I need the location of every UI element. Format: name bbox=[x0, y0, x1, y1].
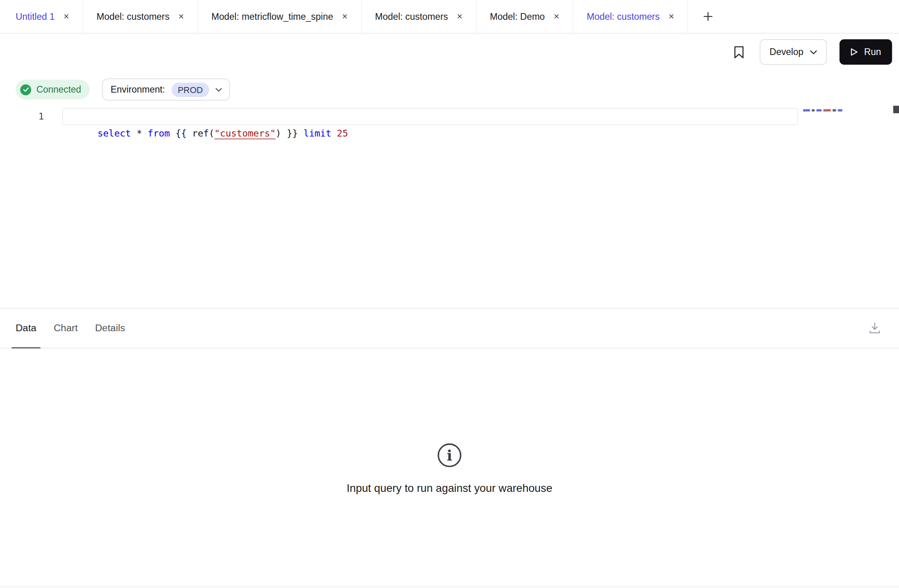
develop-label: Develop bbox=[770, 47, 804, 57]
minimap[interactable] bbox=[803, 109, 842, 112]
close-tab-icon[interactable]: ✕ bbox=[554, 13, 560, 20]
line-number: 1 bbox=[0, 108, 44, 125]
environment-selector[interactable]: Environment: PROD bbox=[102, 79, 230, 101]
minimap-line-mark bbox=[823, 109, 831, 112]
minimap-line-mark bbox=[812, 109, 815, 112]
bookmark-icon bbox=[733, 46, 745, 59]
code-token: ) }} bbox=[276, 128, 303, 139]
tab-label: Model: customers bbox=[97, 11, 169, 21]
tab-details[interactable]: Details bbox=[91, 309, 129, 349]
code-token-ref-link[interactable]: "customers" bbox=[214, 128, 276, 139]
minimap-line-mark bbox=[838, 109, 842, 112]
editor-tab-strip: Untitled 1 ✕ Model: customers ✕ Model: m… bbox=[0, 0, 899, 34]
close-tab-icon[interactable]: ✕ bbox=[63, 13, 69, 20]
info-icon: i bbox=[437, 442, 462, 468]
bookmark-button[interactable] bbox=[731, 43, 747, 61]
code-token: {{ ref( bbox=[170, 128, 214, 139]
code-token bbox=[331, 128, 337, 139]
minimap-line-mark bbox=[803, 109, 810, 112]
status-row: Connected Environment: PROD bbox=[0, 78, 899, 101]
download-icon bbox=[868, 321, 882, 335]
connected-label: Connected bbox=[36, 84, 81, 95]
run-label: Run bbox=[864, 47, 881, 57]
tab-data-label: Data bbox=[15, 322, 36, 334]
tab-chart-label: Chart bbox=[54, 322, 78, 334]
close-tab-icon[interactable]: ✕ bbox=[457, 13, 463, 20]
develop-button[interactable]: Develop bbox=[760, 39, 827, 64]
tab-label: Model: metricflow_time_spine bbox=[211, 11, 333, 21]
tab-label: Model: customers bbox=[587, 11, 660, 21]
close-tab-icon[interactable]: ✕ bbox=[178, 13, 184, 20]
environment-value-badge: PROD bbox=[171, 82, 209, 97]
results-tab-bar: Data Chart Details bbox=[0, 309, 899, 349]
minimap-line-mark bbox=[833, 109, 836, 112]
code-token-keyword: from bbox=[148, 128, 170, 139]
tab-label: Model: Demo bbox=[490, 11, 545, 21]
plus-icon bbox=[703, 11, 713, 21]
tab-untitled-1[interactable]: Untitled 1 ✕ bbox=[0, 0, 83, 33]
svg-text:i: i bbox=[447, 447, 452, 464]
scrollbar-mark bbox=[893, 106, 899, 113]
chevron-down-icon bbox=[216, 87, 222, 91]
connection-status-badge: Connected bbox=[15, 80, 89, 100]
tab-chart[interactable]: Chart bbox=[49, 309, 82, 349]
empty-state: i Input query to run against your wareho… bbox=[0, 442, 899, 494]
code-token: * bbox=[131, 128, 148, 139]
code-token-keyword: select bbox=[97, 128, 131, 139]
empty-state-message: Input query to run against your warehous… bbox=[347, 482, 552, 495]
close-tab-icon[interactable]: ✕ bbox=[342, 13, 348, 20]
tab-label: Untitled 1 bbox=[15, 11, 55, 21]
tab-data[interactable]: Data bbox=[11, 309, 40, 349]
play-icon bbox=[850, 48, 858, 56]
tab-model-customers-2[interactable]: Model: customers ✕ bbox=[362, 0, 476, 33]
download-button[interactable] bbox=[865, 319, 884, 338]
toolbar: Develop Run bbox=[0, 34, 899, 70]
chevron-down-icon bbox=[810, 50, 817, 54]
results-panel: Data Chart Details i Input query to run … bbox=[0, 308, 899, 588]
tab-model-customers-3[interactable]: Model: customers ✕ bbox=[573, 0, 688, 33]
environment-label: Environment: bbox=[110, 84, 165, 95]
add-tab-button[interactable] bbox=[700, 8, 717, 25]
code-line[interactable]: select * from {{ ref("customers") }} lim… bbox=[64, 108, 348, 158]
tab-details-label: Details bbox=[95, 322, 125, 334]
code-token-number: 25 bbox=[337, 128, 348, 139]
tab-label: Model: customers bbox=[375, 11, 448, 21]
minimap-line-mark bbox=[816, 109, 821, 112]
tab-model-demo[interactable]: Model: Demo ✕ bbox=[476, 0, 573, 33]
run-button[interactable]: Run bbox=[839, 39, 892, 64]
app-window: Untitled 1 ✕ Model: customers ✕ Model: m… bbox=[0, 0, 899, 588]
tab-model-customers-1[interactable]: Model: customers ✕ bbox=[83, 0, 198, 33]
tab-model-metricflow-time-spine[interactable]: Model: metricflow_time_spine ✕ bbox=[198, 0, 362, 33]
close-tab-icon[interactable]: ✕ bbox=[668, 13, 674, 20]
check-circle-icon bbox=[20, 84, 31, 95]
sql-editor[interactable]: 1 select * from {{ ref("customers") }} l… bbox=[0, 106, 899, 308]
code-token-keyword: limit bbox=[303, 128, 331, 139]
